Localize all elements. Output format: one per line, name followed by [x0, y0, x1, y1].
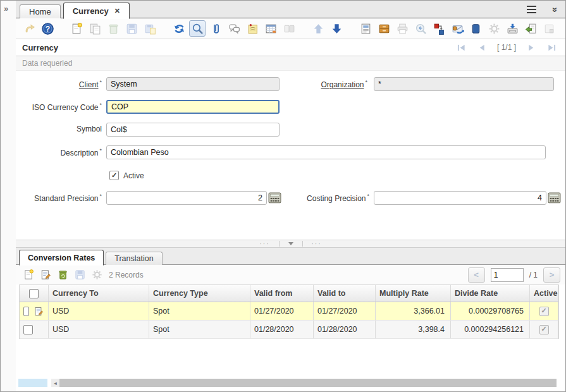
tab-currency-label: Currency — [73, 6, 109, 16]
row-select-cell — [20, 302, 49, 320]
symbol-label: Symbol — [16, 125, 102, 133]
table-row[interactable]: USDSpot01/28/202001/28/20203,398.40.0002… — [20, 321, 558, 339]
cell-currency-type: Spot — [149, 302, 250, 320]
cell-valid-from: 01/27/2020 — [250, 302, 314, 320]
frozen-column-indicator — [18, 379, 47, 387]
requests-icon[interactable] — [449, 20, 465, 37]
new-record-icon[interactable] — [21, 267, 36, 283]
row-select-checkbox[interactable] — [23, 325, 33, 334]
cell-multiply-rate: 3,366.01 — [376, 302, 451, 320]
tab-home[interactable]: Home — [20, 4, 61, 18]
active-checkbox[interactable] — [109, 171, 119, 180]
post-it-note-icon[interactable] — [244, 20, 261, 37]
costing-precision-label: Costing Precision* — [283, 193, 369, 203]
cell-currency-to: USD — [49, 321, 149, 338]
active-checkbox — [539, 307, 549, 316]
tab-conversion-rates[interactable]: Conversion Rates — [19, 250, 104, 266]
description-field[interactable] — [106, 145, 546, 159]
first-record-icon[interactable] — [457, 44, 466, 52]
close-tab-icon[interactable]: ✕ — [114, 7, 120, 15]
calculator-icon[interactable] — [268, 192, 281, 204]
tab-translation[interactable]: Translation — [106, 252, 162, 265]
cell-currency-type: Spot — [149, 321, 250, 338]
record-count: 2 Records — [109, 271, 144, 279]
select-all-checkbox[interactable] — [29, 289, 39, 298]
cell-divide-rate: 0.00029708765 — [451, 302, 530, 320]
archive-icon[interactable] — [376, 20, 392, 37]
iso-currency-code-field[interactable] — [106, 100, 280, 114]
required-marker: * — [367, 193, 369, 199]
requery-icon[interactable] — [171, 20, 187, 37]
cell-valid-from: 01/28/2020 — [250, 321, 314, 338]
calculator-icon[interactable] — [548, 192, 561, 204]
pager: < / 1 > — [468, 267, 560, 283]
help-icon[interactable]: ? — [39, 20, 56, 37]
column-header-currency-type[interactable]: Currency Type — [149, 285, 250, 302]
tab-label: Conversion Rates — [28, 254, 95, 262]
required-marker: * — [99, 79, 102, 85]
delete-record-icon[interactable] — [55, 267, 70, 283]
detail-record-icon[interactable] — [328, 20, 345, 37]
detail-tab-bar: Conversion Rates Translation — [16, 248, 565, 265]
costing-precision-control — [374, 191, 561, 205]
splitter-grip: ··· — [260, 242, 270, 246]
chat-icon[interactable] — [226, 20, 242, 37]
symbol-field[interactable] — [106, 123, 280, 137]
sidebar-expander[interactable]: » — [1, 1, 16, 391]
product-info-icon[interactable] — [467, 20, 484, 37]
collapse-panel-icon[interactable] — [288, 242, 293, 245]
page-number-input[interactable] — [491, 268, 524, 282]
scroll-left-icon[interactable]: ◂ — [51, 379, 59, 387]
menu-icon[interactable] — [527, 6, 536, 13]
column-header-divide-rate[interactable]: Divide Rate — [451, 285, 530, 302]
status-bar: Data requeried — [16, 56, 565, 71]
row-select-cell — [20, 321, 49, 338]
next-record-icon[interactable] — [527, 44, 536, 52]
window-panels-icon — [281, 20, 297, 37]
find-icon[interactable] — [189, 20, 206, 37]
tab-currency[interactable]: Currency ✕ — [63, 3, 130, 19]
previous-page-button[interactable]: < — [468, 267, 485, 283]
edit-record-icon[interactable] — [38, 267, 53, 283]
toggle-grid-icon[interactable] — [262, 20, 279, 37]
attachment-icon[interactable] — [207, 20, 224, 37]
next-page-button[interactable]: > — [543, 267, 560, 283]
scrollbar-thumb[interactable] — [59, 379, 557, 387]
last-record-icon[interactable] — [547, 44, 557, 52]
record-position: [ 1/1 ] — [497, 43, 516, 52]
report-icon[interactable] — [357, 20, 374, 37]
export-data-icon[interactable] — [504, 20, 520, 37]
conversion-rates-table: Currency ToCurrency TypeValid fromValid … — [19, 285, 559, 339]
edit-record-icon[interactable] — [34, 306, 44, 317]
column-header-currency-to[interactable]: Currency To — [49, 285, 149, 302]
table-row[interactable]: USDSpot01/27/202001/27/20203,366.010.000… — [20, 302, 558, 321]
iso-currency-code-label: ISO Currency Code* — [16, 102, 102, 112]
column-header-valid-from[interactable]: Valid from — [250, 285, 314, 302]
active-checkbox — [539, 325, 549, 334]
costing-precision-field[interactable] — [374, 191, 546, 205]
standard-precision-field[interactable] — [106, 191, 267, 205]
save-record-icon — [72, 267, 87, 283]
horizontal-scrollbar[interactable]: ◂ — [18, 379, 557, 387]
cell-multiply-rate: 3,398.4 — [376, 321, 451, 338]
cell-currency-to: USD — [49, 302, 149, 320]
client-field — [106, 77, 280, 91]
client-label[interactable]: Client* — [16, 79, 102, 89]
panel-splitter[interactable]: ··· ··· — [16, 240, 565, 248]
window-tab-bar: Home Currency ✕ » ? — [16, 1, 565, 18]
collapse-tabs-icon[interactable]: » — [550, 7, 560, 12]
standard-precision-label: Standard Precision* — [16, 193, 102, 203]
customize-window-icon — [541, 20, 557, 37]
record-header: Currency [ 1/1 ] — [16, 39, 565, 56]
tabbar-actions: » — [527, 1, 558, 18]
previous-record-icon[interactable] — [477, 44, 486, 52]
column-header-valid-to[interactable]: Valid to — [314, 285, 376, 302]
column-header-active[interactable]: Active — [530, 285, 558, 302]
new-record-icon[interactable] — [68, 20, 85, 37]
organization-label[interactable]: Organization* — [281, 79, 367, 89]
file-import-icon[interactable] — [522, 20, 539, 37]
svg-text:?: ? — [45, 25, 49, 34]
row-select-checkbox[interactable] — [23, 307, 29, 316]
workflow-icon[interactable] — [431, 20, 447, 37]
column-header-multiply-rate[interactable]: Multiply Rate — [376, 285, 451, 302]
